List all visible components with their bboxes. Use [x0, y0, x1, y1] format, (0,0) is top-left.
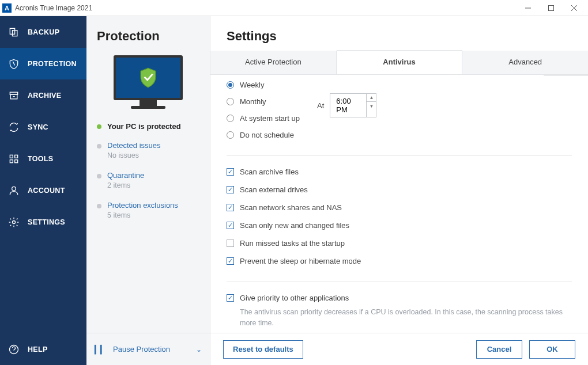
side-link-sub: 5 items [107, 211, 178, 219]
svg-rect-1 [549, 5, 554, 10]
time-value: 6:00 PM [330, 94, 366, 117]
radio-label: Monthly [240, 97, 266, 106]
check-label: Scan external drives [240, 185, 308, 194]
svg-rect-9 [10, 155, 13, 158]
radio-icon [227, 131, 234, 139]
nav-label: PROTECTION [28, 60, 77, 68]
side-title: Protection [86, 16, 210, 50]
check-prevent-sleep[interactable]: ✓ Prevent the sleep or hibernate mode [227, 257, 572, 265]
side-link-label: Quarantine [107, 171, 144, 180]
status-text: Your PC is protected [107, 122, 181, 131]
backup-icon [8, 26, 20, 38]
checkbox-icon: ✓ [227, 222, 234, 229]
time-input[interactable]: 6:00 PM ▲ ▼ [330, 93, 376, 117]
check-scan-new[interactable]: ✓ Scan only new and changed files [227, 221, 572, 230]
titlebar: A Acronis True Image 2021 [0, 0, 588, 16]
at-label: At [317, 101, 324, 110]
close-button[interactable] [563, 0, 586, 16]
page-title: Settings [210, 16, 588, 51]
check-label: Prevent the sleep or hibernate mode [240, 257, 361, 265]
radio-label: At system start up [240, 114, 300, 123]
radio-none[interactable]: Do not schedule [227, 131, 300, 139]
reset-button[interactable]: Reset to defaults [223, 340, 303, 359]
pause-label: Pause Protection [113, 345, 170, 353]
nav-label: BACKUP [28, 28, 59, 36]
radio-icon [227, 115, 234, 122]
app-logo: A [2, 3, 12, 13]
priority-description: The antivirus scan priority decreases if… [240, 307, 572, 329]
radio-icon [227, 98, 234, 105]
checkbox-icon: ✓ [227, 239, 234, 247]
svg-point-14 [13, 220, 16, 223]
ok-button[interactable]: OK [529, 340, 575, 359]
check-label: Scan network shares and NAS [240, 203, 342, 212]
protection-status: Your PC is protected [86, 112, 210, 135]
side-detected-issues[interactable]: Detected issues No issues [97, 141, 210, 159]
archive-icon [8, 90, 20, 101]
status-dot-grey [97, 174, 101, 178]
nav-label: SYNC [28, 123, 48, 131]
check-label: Give priority to other applications [240, 294, 349, 302]
radio-weekly[interactable]: Weekly [227, 81, 300, 89]
checkbox-icon: ✓ [227, 257, 234, 265]
sync-icon [8, 121, 20, 133]
chevron-down-icon: ⌄ [196, 345, 202, 353]
nav-help[interactable]: HELP [0, 333, 86, 365]
tab-antivirus[interactable]: Antivirus [337, 50, 463, 74]
checkbox-icon: ✓ [227, 204, 234, 211]
account-icon [8, 185, 20, 196]
tab-active-protection[interactable]: Active Protection [210, 51, 337, 74]
help-icon [8, 344, 20, 355]
svg-rect-12 [15, 159, 18, 162]
check-scan-external[interactable]: ✓ Scan external drives [227, 185, 572, 194]
status-dot-grey [97, 144, 101, 149]
radio-icon [227, 81, 234, 89]
gear-icon [8, 216, 20, 228]
side-exclusions[interactable]: Protection exclusions 5 items [97, 201, 210, 219]
window-title: Acronis True Image 2021 [15, 4, 517, 12]
maximize-button[interactable] [540, 0, 563, 16]
pause-icon: ▎▎ [95, 345, 106, 354]
status-dot-green [97, 124, 101, 129]
pause-protection-button[interactable]: ▎▎ Pause Protection ⌄ [86, 333, 210, 365]
check-scan-network[interactable]: ✓ Scan network shares and NAS [227, 203, 572, 212]
nav-label: ACCOUNT [28, 187, 65, 195]
content-area: Settings Active Protection Antivirus Adv… [210, 16, 588, 365]
side-quarantine[interactable]: Quarantine 2 items [97, 171, 210, 189]
minimize-button[interactable] [517, 0, 540, 16]
side-link-sub: No issues [107, 151, 161, 159]
partial-field-border [544, 75, 588, 75]
tools-icon [8, 153, 20, 165]
nav-label: SETTINGS [28, 218, 65, 226]
nav-label: HELP [28, 345, 48, 353]
nav-account[interactable]: ACCOUNT [0, 174, 86, 206]
check-scan-archive[interactable]: ✓ Scan archive files [227, 168, 572, 176]
check-label: Run missed tasks at the startup [240, 239, 345, 248]
radio-startup[interactable]: At system start up [227, 114, 300, 123]
side-link-sub: 2 items [107, 181, 144, 189]
svg-point-13 [12, 187, 16, 191]
side-link-label: Protection exclusions [107, 201, 178, 210]
checkbox-icon: ✓ [227, 168, 234, 176]
time-down-button[interactable]: ▼ [367, 102, 376, 110]
monitor-graphic [86, 50, 210, 112]
radio-label: Weekly [240, 81, 264, 89]
radio-monthly[interactable]: Monthly [227, 97, 300, 106]
nav-protection[interactable]: PROTECTION [0, 48, 86, 79]
check-priority[interactable]: ✓ Give priority to other applications [227, 294, 572, 302]
nav-archive[interactable]: ARCHIVE [0, 79, 86, 111]
svg-rect-11 [10, 159, 13, 162]
nav-settings[interactable]: SETTINGS [0, 206, 86, 238]
side-panel: Protection Your PC is protected [86, 16, 210, 365]
side-link-label: Detected issues [107, 141, 161, 150]
cancel-button[interactable]: Cancel [476, 340, 522, 359]
nav-tools[interactable]: TOOLS [0, 143, 86, 174]
time-up-button[interactable]: ▲ [367, 94, 376, 102]
nav-label: TOOLS [28, 155, 53, 163]
nav-backup[interactable]: BACKUP [0, 16, 86, 48]
tab-advanced[interactable]: Advanced [462, 51, 588, 74]
checkbox-icon: ✓ [227, 186, 234, 193]
check-run-missed[interactable]: ✓ Run missed tasks at the startup [227, 239, 572, 248]
divider [227, 282, 572, 282]
nav-sync[interactable]: SYNC [0, 111, 86, 143]
